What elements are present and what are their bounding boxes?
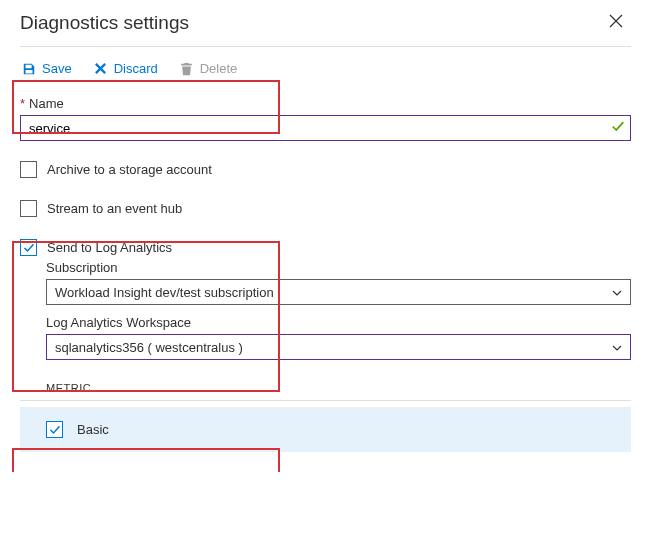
- subscription-select[interactable]: Workload Insight dev/test subscription: [46, 279, 631, 305]
- panel-header: Diagnostics settings: [20, 10, 631, 42]
- save-button[interactable]: Save: [20, 59, 74, 78]
- metric-basic-label: Basic: [77, 422, 109, 437]
- loganalytics-label: Send to Log Analytics: [47, 240, 172, 255]
- name-input-wrap: [20, 115, 631, 141]
- metric-basic-row[interactable]: Basic: [20, 407, 631, 452]
- save-label: Save: [42, 61, 72, 76]
- name-label: *Name: [20, 96, 631, 111]
- loganalytics-option[interactable]: Send to Log Analytics: [20, 239, 631, 256]
- metric-header: METRIC: [46, 382, 631, 394]
- required-indicator: *: [20, 96, 25, 111]
- close-button[interactable]: [601, 10, 631, 36]
- save-icon: [22, 62, 36, 76]
- name-input[interactable]: [20, 115, 631, 141]
- discard-button[interactable]: Discard: [92, 59, 160, 78]
- stream-checkbox[interactable]: [20, 200, 37, 217]
- header-divider: [20, 46, 631, 47]
- workspace-value: sqlanalytics356 ( westcentralus ): [55, 340, 243, 355]
- name-field-group: *Name: [20, 96, 631, 141]
- name-label-text: Name: [29, 96, 64, 111]
- validation-check-icon: [611, 120, 625, 137]
- toolbar: Save Discard Delete: [20, 57, 631, 96]
- archive-option[interactable]: Archive to a storage account: [20, 161, 631, 178]
- chevron-down-icon: [612, 341, 622, 353]
- workspace-select[interactable]: sqlanalytics356 ( westcentralus ): [46, 334, 631, 360]
- metric-section: METRIC Basic: [20, 382, 631, 452]
- diagnostics-settings-panel: Diagnostics settings Save Discard Delete: [0, 0, 651, 472]
- discard-label: Discard: [114, 61, 158, 76]
- delete-label: Delete: [200, 61, 238, 76]
- archive-label: Archive to a storage account: [47, 162, 212, 177]
- stream-label: Stream to an event hub: [47, 201, 182, 216]
- page-title: Diagnostics settings: [20, 12, 189, 34]
- discard-icon: [94, 62, 108, 76]
- metric-divider: [20, 400, 631, 401]
- subscription-label: Subscription: [46, 260, 631, 275]
- workspace-label: Log Analytics Workspace: [46, 315, 631, 330]
- stream-option[interactable]: Stream to an event hub: [20, 200, 631, 217]
- loganalytics-subsection: Subscription Workload Insight dev/test s…: [46, 260, 631, 360]
- metric-basic-checkbox[interactable]: [46, 421, 63, 438]
- close-icon: [609, 14, 623, 31]
- subscription-value: Workload Insight dev/test subscription: [55, 285, 274, 300]
- loganalytics-checkbox[interactable]: [20, 239, 37, 256]
- delete-button: Delete: [178, 59, 240, 78]
- delete-icon: [180, 62, 194, 76]
- archive-checkbox[interactable]: [20, 161, 37, 178]
- chevron-down-icon: [612, 286, 622, 298]
